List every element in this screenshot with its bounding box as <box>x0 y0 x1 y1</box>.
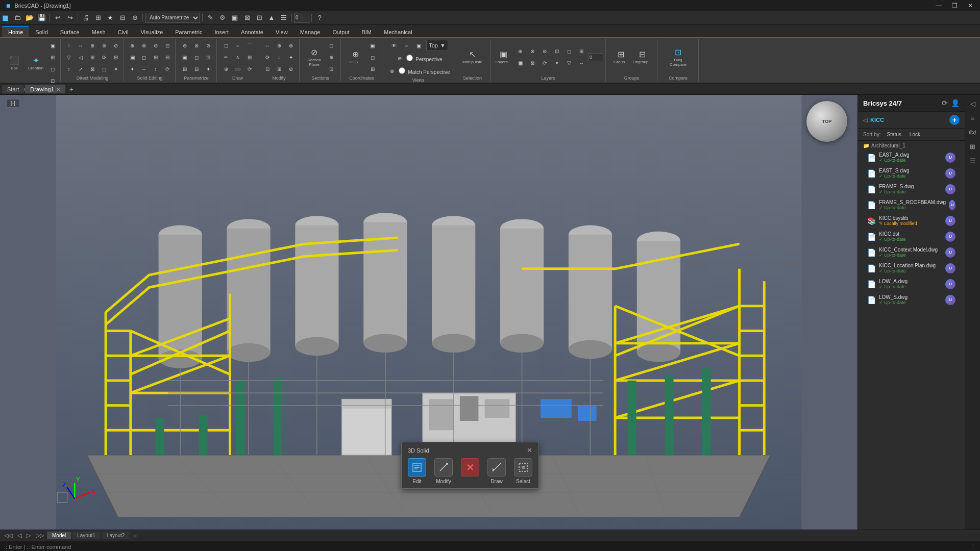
close-x-icon[interactable]: ✕ <box>461 458 479 477</box>
box-button[interactable]: ⬛ Box <box>4 49 24 78</box>
rp-refresh-button[interactable]: ⟳ <box>942 99 948 107</box>
rp-back-button[interactable]: ◁ <box>863 117 867 123</box>
new-file-button[interactable]: 🗀 <box>12 12 23 23</box>
tab-solid[interactable]: Solid <box>29 27 54 37</box>
par-btn-5[interactable]: ◻ <box>191 52 202 63</box>
add-layout-button[interactable]: + <box>131 532 139 540</box>
tab-bim[interactable]: BIM <box>355 27 378 37</box>
match-perspective-radio[interactable] <box>399 67 405 74</box>
draw-action[interactable]: Draw <box>487 458 506 484</box>
mod-btn-4[interactable]: ⟳ <box>262 52 273 63</box>
file-item[interactable]: 📄 KICC_Location Plan.dwg ✓ Up-to-date U <box>863 260 960 276</box>
se-btn-9[interactable]: ✦ <box>127 63 138 74</box>
layout-tab-layout2[interactable]: Layout2 <box>102 532 130 539</box>
layout-tab-layout1[interactable]: Layout1 <box>72 532 101 539</box>
tab-civil[interactable]: Civil <box>112 27 135 37</box>
layer-btn-11[interactable]: ▽ <box>564 58 575 69</box>
layer-btn-8[interactable]: ⊠ <box>527 58 538 69</box>
layer-btn-12[interactable]: ↔ <box>576 58 587 69</box>
tab-view[interactable]: View <box>270 27 294 37</box>
sort-lock-button[interactable]: Lock <box>908 131 922 138</box>
par-btn-4[interactable]: ▣ <box>179 52 190 63</box>
view-btn-2[interactable]: ○ <box>401 40 412 51</box>
dm-btn-2[interactable]: ↔ <box>75 40 86 51</box>
view-dropdown[interactable]: Top ▼ <box>426 40 448 51</box>
se-btn-5[interactable]: ▣ <box>127 52 138 63</box>
rb-modeling-2[interactable]: ⊞ <box>47 52 58 63</box>
dm-btn-12[interactable]: ↗ <box>75 63 86 74</box>
open-file-button[interactable]: 📂 <box>24 12 35 23</box>
mod-btn-3[interactable]: ⊗ <box>285 40 297 51</box>
manipulate-button[interactable]: ↖ Manipulate <box>462 43 483 71</box>
file-item[interactable]: 📄 LOW_A.dwg ✓ Up-to-date U <box>863 276 960 292</box>
layout-nav-next[interactable]: ▷▷ <box>34 532 46 539</box>
par-btn-8[interactable]: ⊟ <box>191 63 202 74</box>
mod-btn-8[interactable]: ⊞ <box>274 63 285 74</box>
sort-status-button[interactable]: Status <box>885 131 903 138</box>
par-btn-7[interactable]: ⊞ <box>179 63 190 74</box>
layout-nav-right[interactable]: ▷ <box>24 532 33 539</box>
layer-btn-4[interactable]: ⊡ <box>551 46 562 57</box>
se-btn-3[interactable]: ⊘ <box>150 40 161 51</box>
se-btn-1[interactable]: ⊕ <box>127 40 138 51</box>
dm-btn-11[interactable]: ↕ <box>63 63 75 74</box>
layer-btn-7[interactable]: ▣ <box>514 58 526 69</box>
dwg-compare-button[interactable]: ⊡ DwgCompare <box>668 43 689 71</box>
tab-annotate[interactable]: Annotate <box>235 27 270 37</box>
redo-button[interactable]: ↪ <box>64 12 76 23</box>
dm-btn-9[interactable]: ⟳ <box>99 52 110 63</box>
sections-btn-1[interactable]: ◻ <box>326 40 337 51</box>
maximize-button[interactable]: ❐ <box>949 1 961 10</box>
command-resize-handle[interactable]: ⋮ <box>970 543 976 550</box>
layout-tab-model[interactable]: Model <box>47 532 71 539</box>
dm-btn-4[interactable]: ⊗ <box>99 40 110 51</box>
coord-btn-1[interactable]: ▣ <box>367 40 378 51</box>
view-btn-4[interactable]: ⊕ <box>394 53 405 64</box>
perspective-radio[interactable] <box>406 55 413 61</box>
draw-btn-1[interactable]: ◻ <box>220 40 232 51</box>
tab-visualize[interactable]: Visualize <box>134 27 169 37</box>
window-controls[interactable]: — ❐ ✕ <box>933 1 976 10</box>
new-tab-button[interactable]: + <box>66 84 77 94</box>
rt-layers-button[interactable]: ☰ <box>966 154 979 167</box>
mod-btn-6[interactable]: ✦ <box>285 52 297 63</box>
layer-btn-5[interactable]: ◻ <box>564 46 575 57</box>
help-button[interactable]: ? <box>314 12 325 23</box>
rp-add-button[interactable]: + <box>949 115 960 125</box>
mod-btn-9[interactable]: ⊘ <box>285 63 297 74</box>
navcube-sphere[interactable]: TOP <box>806 101 847 142</box>
tab-start[interactable]: Start <box>2 85 24 93</box>
viewport-menu-button[interactable]: [-] <box>6 99 20 108</box>
tab-parametric[interactable]: Parametric <box>169 27 208 37</box>
tab-manage[interactable]: Manage <box>294 27 327 37</box>
dm-btn-6[interactable]: ▽ <box>63 52 75 63</box>
file-item[interactable]: 📄 FRAME_S_ROOFBEAM.dwg ✓ Up-to-date U <box>863 197 960 213</box>
mod-btn-1[interactable]: ↔ <box>262 40 273 51</box>
layer-btn-3[interactable]: ⊘ <box>539 46 550 57</box>
rt-properties-button[interactable]: ⊞ <box>966 140 979 153</box>
close-button[interactable]: ✕ <box>965 1 976 10</box>
qa-number-input[interactable] <box>294 13 309 23</box>
par-btn-1[interactable]: ⊕ <box>179 40 190 51</box>
view-btn-3[interactable]: ▣ <box>413 40 424 51</box>
minimize-button[interactable]: — <box>933 1 945 10</box>
par-btn-3[interactable]: ⊘ <box>203 40 214 51</box>
qa-misc2[interactable]: ★ <box>105 12 116 23</box>
rp-user-button[interactable]: 👤 <box>951 99 960 107</box>
undo-button[interactable]: ↩ <box>52 12 63 23</box>
draw-btn-5[interactable]: ∧ <box>232 52 243 63</box>
sections-btn-2[interactable]: ⊕ <box>326 52 337 63</box>
layer-btn-10[interactable]: ✦ <box>551 58 562 69</box>
dm-btn-15[interactable]: ✦ <box>110 63 121 74</box>
group-button[interactable]: ⊞ Group... <box>611 43 631 71</box>
tab-mesh[interactable]: Mesh <box>86 27 112 37</box>
layout-nav-left[interactable]: ◁ <box>15 532 23 539</box>
se-btn-12[interactable]: ⟳ <box>162 63 173 74</box>
tab-output[interactable]: Output <box>326 27 355 37</box>
rt-collapse-button[interactable]: ◁ <box>966 97 979 110</box>
print-button[interactable]: 🖨 <box>80 12 91 23</box>
qa-right3[interactable]: ▣ <box>229 12 240 23</box>
qa-right2[interactable]: ⚙ <box>217 12 228 23</box>
rb-modeling-3[interactable]: ◻ <box>47 63 58 74</box>
se-btn-8[interactable]: ⊟ <box>162 52 173 63</box>
